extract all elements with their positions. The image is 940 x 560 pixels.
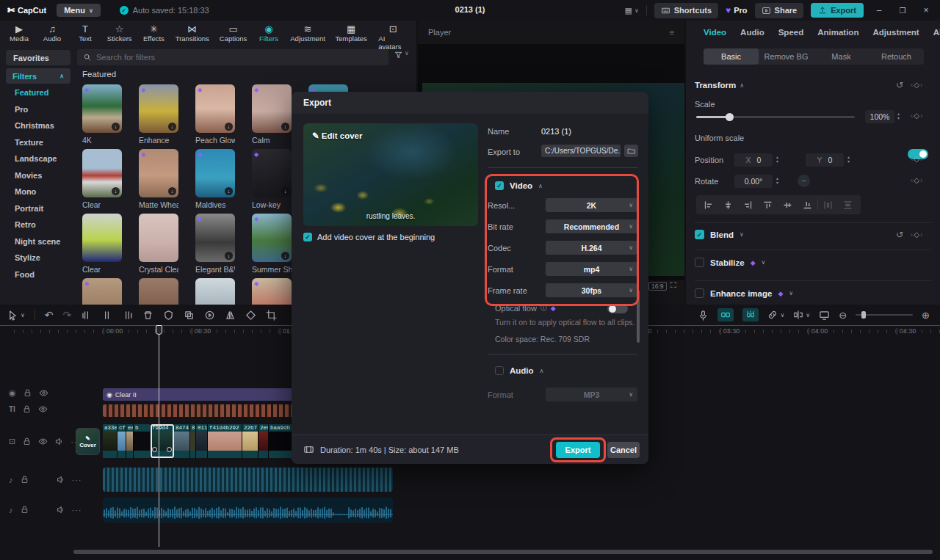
mask-icon[interactable] [163,310,174,321]
blend-reset-icon[interactable]: ↺ [896,230,903,240]
media-toolbar-item[interactable]: ✳ Effects [143,24,164,46]
video-clip[interactable]: 011 [196,424,208,458]
share-button[interactable]: Share [755,3,804,18]
filter-card[interactable]: ◆ ↓ Clear [82,149,122,209]
filter-category-item[interactable]: Texture [15,138,73,147]
eye-icon[interactable] [39,388,48,398]
export-cover-preview[interactable]: ✎ Edit cover rustling leaves. [303,123,478,226]
inspector-tab[interactable]: AI styli [933,28,940,37]
add-cover-checkbox[interactable]: ✓ [303,233,312,241]
audio-clip-2[interactable] [103,498,393,523]
video-clip[interactable]: f99d4 [151,424,174,458]
eye-icon[interactable] [38,437,48,446]
media-toolbar-item[interactable]: ▶ Media [9,24,29,46]
preview-axis-icon[interactable] [819,310,830,321]
media-toolbar-item[interactable]: ◉ Filters [258,24,279,46]
filter-card[interactable]: ◆ ↓ [139,278,178,305]
media-toolbar-item[interactable]: ☆ Stickers [108,24,131,46]
filter-category-item[interactable]: Stylize [15,253,73,262]
rotate-dial[interactable]: – [798,175,810,187]
shortcuts-button[interactable]: Shortcuts [654,3,718,18]
inspector-tab[interactable]: Audio [740,28,764,37]
filter-card[interactable]: ◆ ↓ Matte Wheat 2 [139,149,178,209]
filter-card[interactable]: ◆ ↓ [252,278,292,305]
filter-category-item[interactable]: Night scene [15,237,73,246]
name-value[interactable]: 0213 (1) [541,127,571,136]
link-clips-button[interactable]: ∨ [767,310,784,320]
playhead-line[interactable] [159,327,159,547]
filter-category-item[interactable]: Landscape [15,154,73,163]
align-left-icon[interactable] [698,200,718,210]
audio-section-header[interactable]: Audio ∧ [495,366,543,375]
zoom-out-icon[interactable]: ⊖ [839,310,847,321]
export-dialog-header[interactable]: Export [292,92,648,114]
filter-card[interactable]: ◆ ↓ Elegant B&W [195,214,235,274]
inspector-subtab[interactable]: Remove BG [759,48,814,65]
more-options-icon[interactable]: ··· [72,506,82,514]
redo-icon[interactable]: ↷ [63,309,72,321]
scale-keyframe-control[interactable]: ‹◇› [911,112,923,120]
distribute-vertical-icon[interactable] [838,200,858,210]
video-clip[interactable]: a33e4 [103,424,118,458]
video-clip[interactable]: 8 [190,424,196,458]
filter-card[interactable]: ◆ ↓ 4K [82,84,122,145]
edit-cover-button[interactable]: ✎ Edit cover [312,131,362,141]
enhance-image-section-header[interactable]: Enhance image ◆ ∨ [695,288,793,298]
inspector-tab[interactable]: Animation [817,28,858,37]
audio-format-select[interactable]: MP3 ∨ [546,388,637,401]
undo-icon[interactable]: ↶ [45,309,54,321]
video-clip[interactable]: f41d4b292 [208,424,242,458]
split-view-button[interactable]: ∨ [793,310,810,320]
audio-section-checkbox[interactable] [495,366,504,375]
split-left-icon[interactable] [81,310,92,321]
transform-keyframe-control[interactable]: ‹◇› [911,81,923,89]
magnetic-snap-button[interactable] [717,308,734,321]
sidebar-item-favorites[interactable]: Favorites [6,50,70,65]
aspect-ratio-badge[interactable]: 16:9 [648,282,667,291]
auto-snap-button[interactable] [742,308,759,321]
search-input[interactable]: Search for filters [77,49,388,65]
browse-folder-button[interactable] [624,145,638,157]
video-clip[interactable]: 2e0 [258,424,269,458]
fullscreen-icon[interactable]: ⛶ [670,280,676,290]
filter-sort-button[interactable]: ∨ [394,50,409,59]
filter-card[interactable]: ◆ ↓ [195,278,235,305]
enhance-image-checkbox[interactable] [695,288,704,298]
inspector-subtab[interactable]: Mask [814,48,869,65]
scale-value-field[interactable]: 100% [865,110,894,123]
record-voiceover-icon[interactable] [698,310,709,321]
video-clip[interactable]: cfc [118,424,126,458]
video-clip[interactable]: 8474 [174,424,190,458]
timeline-zoom-slider[interactable] [856,314,913,316]
align-top-icon[interactable] [758,200,778,210]
filter-card[interactable]: ◆ ↓ Enhance [139,84,178,145]
position-y-stepper[interactable]: ▴▾ [847,155,850,164]
media-toolbar-item[interactable]: ♫ Audio [42,24,62,46]
sidebar-item-filters[interactable]: Filters ∧ [6,68,70,84]
media-toolbar-item[interactable]: T Text [75,24,95,46]
export-button-titlebar[interactable]: Export [811,3,864,18]
transform-reset-icon[interactable]: ↺ [896,80,903,90]
add-cover-checkbox-row[interactable]: ✓ Add video cover at the beginning [303,233,435,241]
playhead-handle[interactable] [156,325,162,335]
filter-category-item[interactable]: Portrait [15,204,73,213]
timeline-zoom-handle[interactable] [861,311,866,319]
filter-category-item[interactable]: Mono [15,187,73,196]
blend-checkbox[interactable]: ✓ [695,230,704,239]
export-confirm-button[interactable]: Export [556,442,600,458]
lock-icon[interactable] [22,437,32,446]
position-keyframe-control[interactable]: ‹◇› [911,155,923,163]
delete-icon[interactable] [142,310,153,321]
inspector-tab[interactable]: Speed [778,28,804,37]
lock-icon[interactable] [20,475,29,484]
media-toolbar-item[interactable]: ▭ Captions [220,24,246,46]
align-bottom-icon[interactable] [798,200,817,210]
filter-category-item[interactable]: Pro [15,105,73,114]
lock-icon[interactable] [20,505,29,514]
inspector-subtab[interactable]: Retouch [869,48,924,65]
scale-stepper[interactable]: ▴▾ [897,112,900,120]
filter-card[interactable]: ◆ ↓ [82,278,122,305]
video-clip[interactable]: ea [126,424,134,458]
transform-section-header[interactable]: Transform ∧ [695,81,744,90]
eye-icon[interactable] [38,404,48,414]
